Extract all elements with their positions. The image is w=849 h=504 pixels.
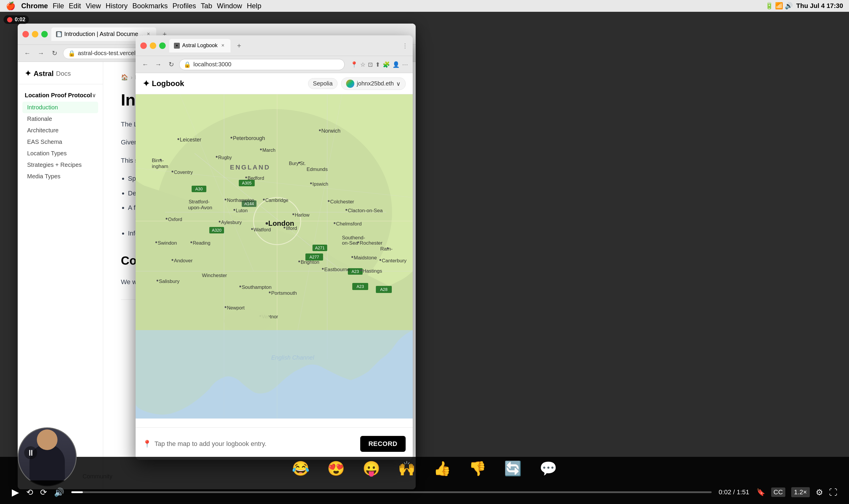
emoji-laugh[interactable]: 😂 (292, 461, 309, 477)
menu-help[interactable]: Help (247, 2, 261, 10)
tab-title: Introduction | Astral Docume... (64, 31, 143, 37)
extensions2-icon[interactable]: 🧩 (383, 61, 390, 68)
svg-point-101 (239, 286, 241, 287)
svg-point-60 (219, 221, 220, 222)
emoji-tongue[interactable]: 😛 (363, 461, 380, 477)
svg-text:A305: A305 (242, 181, 252, 185)
sidebar-item-rationale[interactable]: Rationale (22, 113, 98, 125)
logbook-tab-close[interactable]: × (220, 43, 226, 49)
menu-history[interactable]: History (106, 2, 128, 10)
home-icon[interactable]: 🏠 (121, 74, 128, 81)
system-icons: 🔋 📶 🔊 (765, 2, 793, 10)
logbook-maximize-button[interactable] (159, 42, 166, 49)
svg-text:Coventry: Coventry (174, 170, 193, 175)
svg-point-90 (379, 259, 381, 261)
wallet-button[interactable]: johnx25bd.eth ∨ (341, 77, 405, 90)
menu-file[interactable]: File (53, 2, 64, 10)
svg-text:Watford: Watford (254, 227, 271, 233)
bookmark-icon[interactable]: ☆ (360, 61, 365, 68)
lock-icon: 🔒 (68, 50, 75, 57)
emoji-thumbsup[interactable]: 👍 (433, 461, 451, 477)
sidebar-docs-link[interactable]: Docs (56, 70, 71, 77)
emoji-hands[interactable]: 🙌 (398, 461, 416, 477)
svg-point-88 (351, 256, 353, 258)
rewind-button[interactable]: ⟲ (26, 487, 33, 497)
sidebar-section-header[interactable]: Location Proof Protocol ∨ (22, 89, 98, 102)
menubar: 🍎 Chrome File Edit View History Bookmark… (0, 0, 849, 12)
menu-tab[interactable]: Tab (201, 2, 212, 10)
fullscreen-icon[interactable]: ⛶ (829, 487, 837, 497)
maximize-button[interactable] (41, 31, 48, 37)
section-title: Location Proof Protocol (25, 92, 92, 99)
emoji-thumbsdown[interactable]: 👎 (469, 461, 486, 477)
sidebar-item-strategies[interactable]: Strategies + Recipes (22, 159, 98, 170)
back-button[interactable]: ← (22, 48, 32, 58)
menu-view[interactable]: View (86, 2, 101, 10)
logbook-tab[interactable]: ✦ Astral Logbook × (169, 39, 231, 52)
map-area[interactable]: A30 A305 A144 A320 A271 A23 Leicester Pe… (136, 94, 413, 418)
sidebar-item-media-types[interactable]: Media Types (22, 170, 98, 182)
record-button[interactable]: RECORD (360, 436, 405, 452)
svg-text:Salisbury: Salisbury (159, 278, 180, 284)
svg-text:Northampton: Northampton (227, 198, 254, 203)
emoji-love[interactable]: 😍 (327, 461, 345, 477)
svg-point-82 (357, 241, 359, 243)
logbook-back-button[interactable]: ← (140, 59, 150, 70)
play-pause-button[interactable]: ▶ (12, 487, 19, 498)
svg-text:Reading: Reading (193, 240, 211, 246)
tab-options-icon[interactable]: ⊡ (368, 61, 373, 68)
close-button[interactable] (22, 31, 29, 37)
logbook-browser-chrome: ✦ Astral Logbook × + ⋮ (136, 35, 413, 56)
menu-edit[interactable]: Edit (69, 2, 81, 10)
logbook-address-field[interactable]: 🔒 localhost:3000 (179, 59, 345, 70)
menu-profiles[interactable]: Profiles (173, 2, 196, 10)
svg-point-97 (322, 268, 324, 270)
svg-point-68 (334, 222, 336, 224)
sidebar-item-location-types[interactable]: Location Types (22, 148, 98, 159)
person-icon[interactable]: 👤 (392, 61, 400, 68)
sidebar-item-introduction[interactable]: Introduction (22, 102, 98, 113)
progress-bar[interactable] (71, 491, 711, 493)
logbook-close-button[interactable] (140, 42, 147, 49)
svg-point-99 (298, 260, 300, 262)
sidebar-item-eas-schema[interactable]: EAS Schema (22, 136, 98, 148)
apple-menu-icon[interactable]: 🍎 (6, 1, 15, 11)
logbook-logo: ✦ Logbook (143, 79, 184, 88)
minimize-button[interactable] (32, 31, 38, 37)
more2-icon[interactable]: ⋯ (402, 61, 408, 68)
svg-text:A277: A277 (309, 255, 319, 259)
refresh-button[interactable]: ↻ (50, 48, 59, 58)
docs-sidebar: ✦ Astral Docs Location Proof Protocol ∨ … (18, 62, 103, 489)
logbook-address-bar: ← → ↻ 🔒 localhost:3000 📍 ☆ ⊡ ⬆ 🧩 👤 ⋯ (136, 56, 413, 73)
settings-icon[interactable]: ⚙ (816, 487, 823, 497)
logbook-minimize-button[interactable] (150, 42, 156, 49)
share-icon[interactable]: ⬆ (375, 61, 380, 68)
svg-text:ingham: ingham (152, 164, 168, 169)
logbook-bottom-bar: 📍 Tap the map to add your logbook entry.… (136, 427, 413, 460)
logbook-more-icon[interactable]: ⋮ (402, 42, 408, 49)
forward-button[interactable]: → (36, 48, 46, 58)
fast-forward-button[interactable]: ⟳ (40, 487, 47, 497)
logbook-refresh-button[interactable]: ↻ (166, 59, 176, 70)
captions-button[interactable]: CC (771, 487, 785, 497)
emoji-chat[interactable]: 💬 (540, 461, 557, 477)
menu-bookmarks[interactable]: Bookmarks (132, 2, 168, 10)
network-selector[interactable]: Sepolia (308, 78, 338, 89)
emoji-react[interactable]: 🔄 (504, 461, 522, 477)
svg-text:Cambridge: Cambridge (265, 198, 288, 203)
volume-button[interactable]: 🔊 (54, 487, 64, 497)
menu-window[interactable]: Window (217, 2, 242, 10)
svg-point-66 (345, 209, 347, 211)
logbook-new-tab-button[interactable]: + (234, 41, 244, 51)
svg-text:on-Sea: on-Sea (342, 240, 358, 246)
astral-logo-icon: ✦ (25, 69, 31, 78)
svg-text:Leicester: Leicester (180, 137, 201, 143)
logbook-forward-button[interactable]: → (153, 59, 163, 70)
sidebar-item-architecture[interactable]: Architecture (22, 125, 98, 136)
svg-text:Maidstone: Maidstone (354, 255, 377, 260)
window-controls (22, 31, 48, 37)
location-dot-icon[interactable]: 📍 (350, 61, 358, 68)
bookmark-video-icon[interactable]: 🔖 (756, 488, 765, 496)
playback-speed[interactable]: 1.2× (791, 487, 810, 497)
pause-button[interactable]: ⏸ (24, 446, 37, 459)
